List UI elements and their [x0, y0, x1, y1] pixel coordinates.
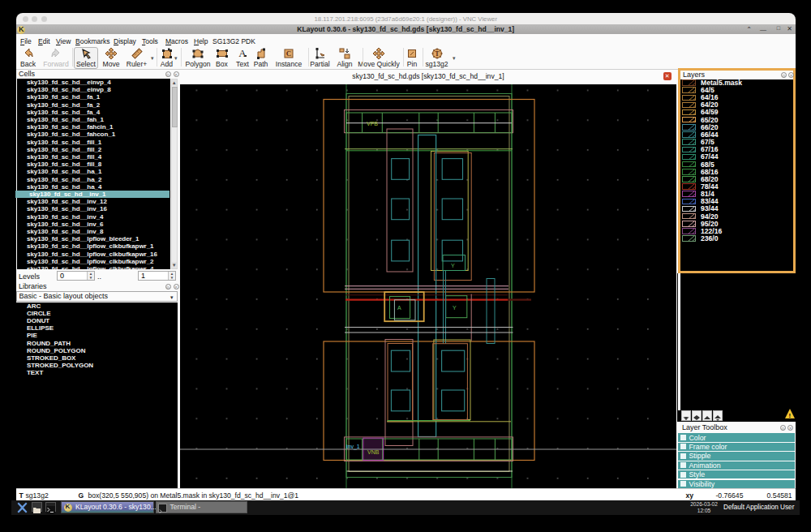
- svg-text:A: A: [238, 47, 247, 59]
- svg-text:VPB: VPB: [367, 121, 378, 127]
- svg-text:Y: Y: [453, 305, 457, 311]
- svg-text:A: A: [397, 305, 401, 311]
- svg-text:Y: Y: [451, 263, 455, 268]
- svg-text:T: T: [435, 50, 440, 58]
- svg-text:C: C: [286, 49, 292, 58]
- svg-text:VNB: VNB: [367, 448, 380, 454]
